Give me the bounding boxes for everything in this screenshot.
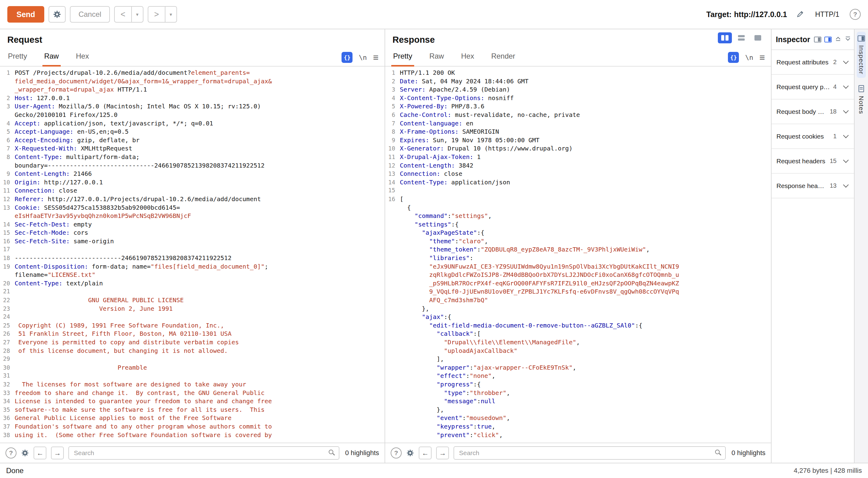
layout-rows-button[interactable] <box>734 32 748 43</box>
code-line: 13Connection: close <box>385 170 771 179</box>
request-highlights-count: 0 highlights <box>345 449 379 457</box>
history-back-caret[interactable]: ▾ <box>131 7 143 22</box>
line-text: Preamble <box>14 364 147 371</box>
next-match-button[interactable]: → <box>436 447 449 459</box>
edit-target-button[interactable] <box>796 10 804 19</box>
send-settings-button[interactable] <box>49 6 66 23</box>
request-search-input[interactable] <box>68 446 339 460</box>
cancel-button[interactable]: Cancel <box>70 6 110 23</box>
help-icon[interactable]: ? <box>850 9 861 20</box>
code-line: 7Content-language: en <box>385 120 771 128</box>
prev-match-button[interactable]: ← <box>419 447 432 459</box>
search-settings-button[interactable] <box>21 449 29 457</box>
search-help-icon[interactable]: ? <box>5 447 17 458</box>
request-editor[interactable]: 1POST /Projects/drupal-10.2.6/media/add/… <box>0 66 384 443</box>
response-editor-icons: {} \n ≡ <box>728 52 765 66</box>
code-line: 6Cache-Control: must-revalidate, no-cach… <box>385 111 771 120</box>
show-newlines-toggle[interactable]: \n <box>359 54 367 61</box>
history-back-button[interactable]: < <box>115 7 131 22</box>
line-number: 9 <box>385 137 400 144</box>
dock-tab-inspector[interactable]: Inspector <box>857 32 866 78</box>
next-match-button[interactable]: → <box>51 447 64 459</box>
section-count: 1 <box>830 133 837 140</box>
layout-columns-button[interactable] <box>718 32 732 43</box>
search-help-icon[interactable]: ? <box>391 447 402 458</box>
code-line: "libraries": <box>385 254 771 263</box>
toolbar: Send Cancel < ▾ > ▾ Target:h <box>0 0 868 29</box>
code-line: 3Server: Apache/2.4.59 (Debian) <box>385 86 771 94</box>
line-number: 32 <box>0 381 14 388</box>
request-title: Request <box>7 35 377 45</box>
response-search-input[interactable] <box>454 446 726 460</box>
code-line: "keypress":true, <box>385 423 771 431</box>
request-editor-icons: {} \n ≡ <box>342 52 378 66</box>
tab-raw[interactable]: Raw <box>428 52 446 66</box>
section-count: 2 <box>830 59 837 66</box>
line-text: Content-Type: multipart/form-data; <box>14 153 140 160</box>
code-line: "effect":"none", <box>385 372 771 381</box>
code-line: _wrapper_format=drupal_ajax HTTP/1.1 <box>0 86 384 94</box>
inspector-layout-dock-icon[interactable] <box>824 37 832 42</box>
line-number: 17 <box>0 246 14 252</box>
line-text: eIsHfaaETVr3av95yvbqQhzn0kom1P5wPcNSqB2V… <box>14 212 191 219</box>
line-text: Accept-Encoding: gzip, deflate, br <box>14 137 140 144</box>
collapse-all-icon[interactable] <box>835 35 841 43</box>
line-text: "settings":{ <box>400 221 459 228</box>
tab-pretty[interactable]: Pretty <box>6 52 29 66</box>
syntax-highlight-toggle[interactable]: {} <box>342 52 352 63</box>
inspector-dock-icon <box>858 35 865 41</box>
line-number: 7 <box>385 120 400 127</box>
tab-hex[interactable]: Hex <box>459 52 476 66</box>
code-line: 27 Everyone is permitted to copy and dis… <box>0 338 384 347</box>
inspector-section-request-cookies[interactable]: Request cookies1 <box>772 124 854 149</box>
tab-hex[interactable]: Hex <box>74 52 91 66</box>
code-line: 26 51 Franklin Street, Fifth Floor, Bost… <box>0 330 384 338</box>
tab-render[interactable]: Render <box>489 52 517 66</box>
line-text: X-Requested-With: XMLHttpRequest <box>14 145 132 152</box>
dock-tab-notes[interactable]: Notes <box>857 82 866 118</box>
request-search-bar: ? ← → <box>0 443 384 463</box>
code-line: _pS9HLbR7ROcrPX4f-eqKGrOQ00FAFYFsR7IFZL9… <box>385 279 771 288</box>
prev-match-button[interactable]: ← <box>34 447 46 459</box>
inspector-section-response-headers[interactable]: Response headers13 <box>772 174 854 199</box>
inspector-section-request-query-parameters[interactable]: Request query parameters4 <box>772 75 854 99</box>
code-line: }, <box>385 305 771 313</box>
search-icon <box>329 450 333 454</box>
line-number: 27 <box>0 339 14 346</box>
editor-menu-button[interactable]: ≡ <box>760 53 765 62</box>
inspector-section-request-headers[interactable]: Request headers15 <box>772 149 854 174</box>
line-text: Accept: application/json, text/javascrip… <box>14 120 213 127</box>
editor-menu-button[interactable]: ≡ <box>373 53 378 62</box>
inspector-layout-split-icon[interactable] <box>814 37 821 42</box>
line-text: }, <box>400 406 444 413</box>
tab-raw[interactable]: Raw <box>42 52 61 66</box>
layout-single-button[interactable] <box>751 32 765 43</box>
inspector-section-request-body-parameters[interactable]: Request body parameters18 <box>772 99 854 124</box>
line-number: 10 <box>0 179 14 186</box>
line-number: 11 <box>0 187 14 194</box>
code-line: 21 <box>0 288 384 296</box>
http-version-selector[interactable]: HTTP/1 <box>815 10 839 19</box>
expand-all-icon[interactable] <box>844 35 851 43</box>
line-text: "edit-field-media-document-0-remove-butt… <box>400 322 643 329</box>
response-editor[interactable]: 1HTTP/1.1 200 OK2Date: Sat, 04 May 2024 … <box>385 66 771 443</box>
line-number: 34 <box>0 398 14 405</box>
code-line: 38using it. (Some other Free Software Fo… <box>0 431 384 440</box>
show-newlines-toggle[interactable]: \n <box>745 54 753 61</box>
search-settings-button[interactable] <box>406 449 414 457</box>
history-forward-button[interactable]: > <box>148 7 165 22</box>
history-forward-caret[interactable]: ▾ <box>165 7 177 22</box>
status-bar: Done 4,276 bytes | 428 millis <box>0 463 868 478</box>
send-button[interactable]: Send <box>7 6 44 23</box>
line-number: 16 <box>0 238 14 244</box>
syntax-highlight-toggle[interactable]: {} <box>728 52 739 63</box>
inspector-section-request-attributes[interactable]: Request attributes2 <box>772 50 854 75</box>
tab-pretty[interactable]: Pretty <box>391 52 414 66</box>
code-line: "edit-field-media-document-0-remove-butt… <box>385 322 771 330</box>
line-number: 36 <box>0 415 14 421</box>
line-text: _wrapper_format=drupal_ajax HTTP/1.1 <box>14 86 147 93</box>
section-count: 15 <box>827 157 837 165</box>
code-line: field_media_document/widget/0&ajax_form=… <box>0 78 384 86</box>
request-search-wrap <box>68 446 339 460</box>
line-text: Connection: close <box>14 187 77 194</box>
